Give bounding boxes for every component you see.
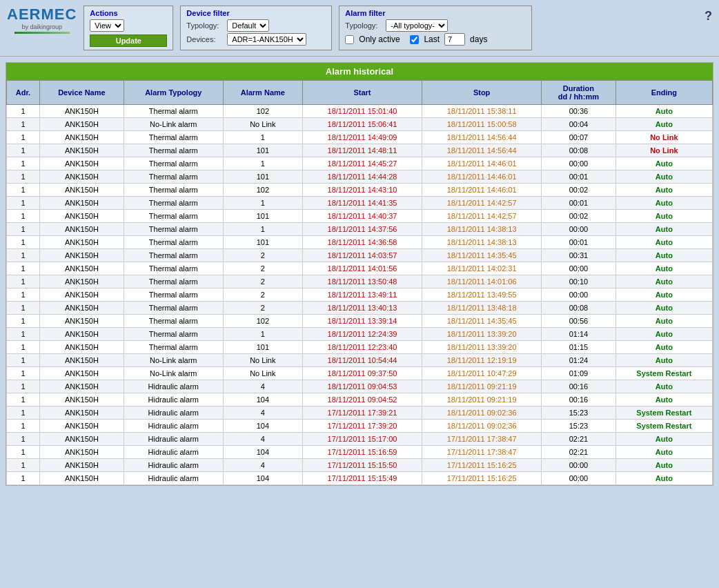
cell-duration: 00:07 [542, 131, 616, 144]
cell-duration: 02:21 [542, 446, 616, 459]
cell-stop: 18/11/2011 14:01:06 [422, 275, 542, 288]
cell-start: 18/11/2011 12:23:40 [302, 341, 422, 354]
cell-name: 1 [223, 131, 302, 144]
device-filter-box: Device filter Typology: Default Devices:… [180, 6, 332, 50]
cell-adr: 1 [7, 472, 40, 485]
cell-typology: Thermal alarm [124, 223, 223, 236]
cell-adr: 1 [7, 446, 40, 459]
cell-name: 102 [223, 105, 302, 118]
cell-start: 18/11/2011 09:04:53 [302, 380, 422, 393]
cell-ending: Auto [615, 275, 712, 288]
cell-adr: 1 [7, 105, 40, 118]
cell-typology: Thermal alarm [124, 197, 223, 210]
header: AERMEC by daikingroup Actions View Updat… [0, 0, 719, 57]
devices-select[interactable]: ADR=1-ANK150H [227, 33, 306, 46]
cell-name: 2 [223, 275, 302, 288]
cell-name: 104 [223, 420, 302, 433]
cell-typology: Thermal alarm [124, 131, 223, 144]
cell-stop: 18/11/2011 14:35:45 [422, 249, 542, 262]
cell-duration: 01:09 [542, 367, 616, 380]
logo-area: AERMEC by daikingroup [7, 6, 77, 34]
cell-adr: 1 [7, 144, 40, 157]
cell-stop: 18/11/2011 15:00:58 [422, 118, 542, 131]
cell-typology: Hidraulic alarm [124, 459, 223, 472]
cell-typology: Hidraulic alarm [124, 393, 223, 406]
cell-ending: Auto [615, 105, 712, 118]
cell-name: 2 [223, 302, 302, 315]
cell-name: 1 [223, 328, 302, 341]
devices-row: Devices: ADR=1-ANK150H [186, 33, 326, 46]
cell-duration: 02:21 [542, 433, 616, 446]
cell-duration: 00:08 [542, 144, 616, 157]
alarm-typology-select[interactable]: -All typology- [386, 19, 448, 32]
logo-line [14, 32, 70, 34]
cell-stop: 18/11/2011 14:46:01 [422, 157, 542, 170]
view-select[interactable]: View [90, 19, 124, 32]
cell-name: 104 [223, 446, 302, 459]
cell-typology: Thermal alarm [124, 262, 223, 275]
col-duration: Durationdd / hh:mm [542, 81, 616, 105]
table-row: 1 ANK150H No-Link alarm No Link 18/11/20… [7, 367, 713, 380]
cell-stop: 18/11/2011 14:56:44 [422, 144, 542, 157]
cell-adr: 1 [7, 236, 40, 249]
cell-duration: 00:31 [542, 249, 616, 262]
cell-typology: Thermal alarm [124, 157, 223, 170]
cell-device: ANK150H [39, 236, 124, 249]
table-row: 1 ANK150H Hidraulic alarm 4 17/11/2011 1… [7, 406, 713, 420]
typology-label: Typology: [186, 21, 224, 30]
table-row: 1 ANK150H Thermal alarm 101 18/11/2011 1… [7, 170, 713, 184]
typology-row: Typology: Default [186, 19, 326, 32]
actions-box: Actions View Update [83, 6, 173, 50]
cell-ending: Auto [615, 328, 712, 341]
cell-typology: Thermal alarm [124, 249, 223, 262]
typology-select[interactable]: Default [227, 19, 269, 32]
cell-device: ANK150H [39, 459, 124, 472]
table-row: 1 ANK150H Thermal alarm 1 18/11/2011 14:… [7, 157, 713, 170]
cell-start: 17/11/2011 15:16:59 [302, 446, 422, 459]
cell-ending: Auto [615, 184, 712, 197]
cell-typology: No-Link alarm [124, 118, 223, 131]
last-days-input[interactable] [444, 33, 465, 46]
cell-stop: 18/11/2011 14:46:01 [422, 184, 542, 197]
cell-stop: 18/11/2011 14:02:31 [422, 262, 542, 275]
cell-adr: 1 [7, 210, 40, 223]
cell-name: 101 [223, 341, 302, 354]
cell-adr: 1 [7, 354, 40, 367]
cell-typology: Hidraulic alarm [124, 420, 223, 433]
alarm-filter-box: Alarm filter Typology: -All typology- On… [339, 6, 532, 50]
cell-adr: 1 [7, 420, 40, 433]
cell-duration: 00:00 [542, 157, 616, 170]
cell-name: 104 [223, 472, 302, 485]
cell-device: ANK150H [39, 288, 124, 302]
cell-device: ANK150H [39, 341, 124, 354]
cell-duration: 00:36 [542, 105, 616, 118]
alarm-typology-row: Typology: -All typology- [345, 19, 526, 32]
cell-start: 18/11/2011 14:36:58 [302, 236, 422, 249]
update-button[interactable]: Update [90, 35, 167, 47]
cell-adr: 1 [7, 393, 40, 406]
last-checkbox[interactable] [410, 35, 419, 44]
cell-start: 18/11/2011 13:50:48 [302, 275, 422, 288]
help-button[interactable]: ? [705, 9, 712, 23]
last-label: Last [424, 35, 440, 44]
cell-adr: 1 [7, 433, 40, 446]
cell-device: ANK150H [39, 249, 124, 262]
cell-ending: Auto [615, 236, 712, 249]
cell-start: 18/11/2011 13:39:14 [302, 315, 422, 328]
only-active-checkbox[interactable] [345, 35, 354, 44]
cell-ending: Auto [615, 315, 712, 328]
cell-start: 18/11/2011 14:44:28 [302, 170, 422, 184]
cell-typology: Thermal alarm [124, 236, 223, 249]
cell-stop: 18/11/2011 09:02:36 [422, 420, 542, 433]
table-container: Alarm historical Adr. Device Name Alarm … [6, 62, 713, 486]
cell-name: 2 [223, 262, 302, 275]
cell-adr: 1 [7, 406, 40, 420]
col-stop: Stop [422, 81, 542, 105]
cell-device: ANK150H [39, 223, 124, 236]
cell-device: ANK150H [39, 210, 124, 223]
cell-start: 18/11/2011 15:01:40 [302, 105, 422, 118]
cell-device: ANK150H [39, 433, 124, 446]
cell-typology: Thermal alarm [124, 144, 223, 157]
cell-stop: 18/11/2011 13:39:20 [422, 341, 542, 354]
cell-duration: 00:16 [542, 380, 616, 393]
